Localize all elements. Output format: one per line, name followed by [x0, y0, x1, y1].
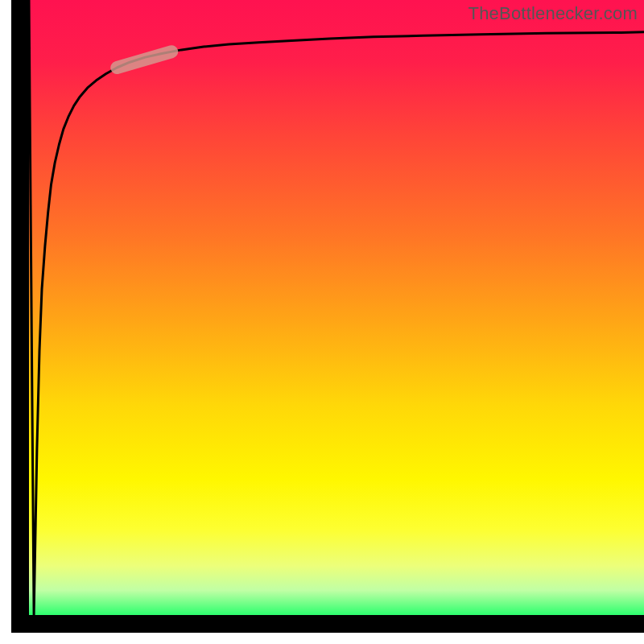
highlight-segment [117, 52, 171, 68]
curve-layer [29, 0, 644, 615]
attribution-label: TheBottlenecker.com [469, 3, 638, 24]
chart-frame: TheBottlenecker.com [0, 0, 644, 644]
y-axis [11, 0, 29, 633]
bottleneck-curve [29, 0, 644, 615]
x-axis [11, 615, 644, 633]
